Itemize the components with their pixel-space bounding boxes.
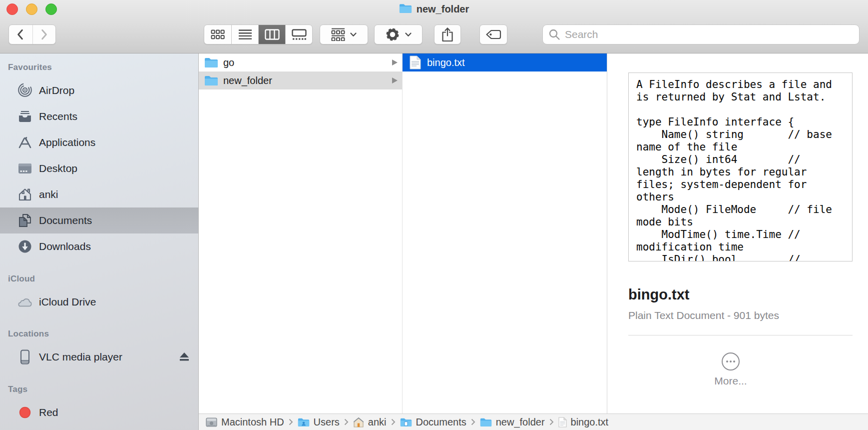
- path-separator-icon: [344, 418, 349, 426]
- tag-icon: [485, 28, 502, 42]
- folder-icon: [204, 57, 218, 68]
- sidebar-item-label: Applications: [39, 136, 95, 148]
- column-1: go new_folder: [199, 54, 403, 414]
- downloads-icon: [17, 239, 32, 254]
- window-title: new_folder: [417, 4, 469, 15]
- share-button[interactable]: [434, 24, 461, 44]
- sidebar-item-desktop[interactable]: Desktop: [0, 156, 198, 182]
- search-field: [542, 24, 860, 44]
- sidebar-section-favourites: Favourites: [0, 60, 198, 74]
- sidebar-item-airdrop[interactable]: AirDrop: [0, 78, 198, 104]
- action-button[interactable]: [374, 24, 423, 44]
- path-item-documents[interactable]: Documents: [400, 416, 466, 428]
- column-2: bingo.txt: [403, 54, 607, 414]
- sidebar-item-downloads[interactable]: Downloads: [0, 234, 198, 260]
- file-row-bingo-txt[interactable]: bingo.txt: [403, 54, 607, 72]
- gallery-view-icon: [292, 29, 307, 40]
- cloud-icon: [17, 294, 32, 310]
- desktop-icon: [17, 161, 32, 176]
- red-tag-icon: [17, 405, 32, 420]
- column-view-icon: [265, 29, 280, 40]
- sidebar-item-label: Red: [39, 406, 58, 418]
- path-item-users[interactable]: Users: [298, 416, 340, 428]
- text-document-icon: [558, 417, 567, 428]
- ellipsis-icon: [722, 352, 740, 370]
- finder-window: new_folder: [0, 0, 868, 430]
- sidebar-item-label: Downloads: [39, 240, 91, 252]
- path-item-label: Macintosh HD: [221, 416, 284, 428]
- titlebar: new_folder: [0, 0, 868, 18]
- more-button[interactable]: More...: [607, 352, 854, 387]
- share-icon: [441, 27, 454, 42]
- path-item-label: Documents: [416, 416, 466, 428]
- disclosure-triangle-icon: [392, 78, 398, 84]
- sidebar-item-label: anki: [39, 188, 58, 200]
- users-folder-icon: [298, 418, 310, 427]
- title-folder-icon: [399, 3, 412, 16]
- column-browser: go new_folder: [199, 54, 868, 414]
- window-chrome: new_folder: [0, 0, 868, 54]
- path-separator-icon: [549, 418, 554, 426]
- sidebar-item-applications[interactable]: Applications: [0, 130, 198, 156]
- path-item-label: bingo.txt: [571, 416, 609, 428]
- sidebar-item-label: Desktop: [39, 162, 77, 174]
- sidebar-item-icloud-drive[interactable]: iCloud Drive: [0, 289, 198, 315]
- sidebar-item-tag-red[interactable]: Red: [0, 400, 198, 426]
- file-row-new-folder[interactable]: new_folder: [199, 72, 402, 90]
- path-separator-icon: [391, 418, 396, 426]
- home-icon: [17, 187, 32, 202]
- back-button[interactable]: [9, 25, 32, 44]
- tag-button[interactable]: [479, 24, 507, 44]
- eject-button[interactable]: [179, 352, 189, 364]
- preview-text-box: A FileInfo describes a file and is retur…: [628, 72, 853, 262]
- column-view-button[interactable]: [258, 25, 285, 44]
- file-name: bingo.txt: [427, 57, 465, 68]
- sidebar-item-documents[interactable]: Documents: [0, 208, 198, 234]
- path-bar: Macintosh HD Users anki Documents: [199, 414, 868, 430]
- chevron-down-icon: [350, 32, 357, 37]
- folder-icon: [480, 418, 492, 427]
- path-item-bingo-txt[interactable]: bingo.txt: [558, 416, 609, 428]
- path-item-new-folder[interactable]: new_folder: [480, 416, 545, 428]
- documents-folder-icon: [400, 418, 412, 427]
- sidebar-item-label: VLC media player: [39, 351, 122, 363]
- airdrop-icon: [17, 83, 32, 98]
- nav-buttons: [8, 24, 56, 44]
- sidebar-item-home[interactable]: anki: [0, 182, 198, 208]
- recents-icon: [17, 109, 32, 124]
- file-row-go[interactable]: go: [199, 54, 402, 72]
- path-item-label: anki: [368, 416, 387, 428]
- chevron-left-icon: [16, 29, 24, 40]
- sidebar-item-recents[interactable]: Recents: [0, 104, 198, 130]
- sidebar-item-label: Documents: [39, 214, 92, 226]
- list-view-button[interactable]: [231, 25, 258, 44]
- path-item-label: new_folder: [496, 416, 545, 428]
- sidebar-item-label: iCloud Drive: [39, 296, 96, 308]
- icon-view-button[interactable]: [204, 25, 231, 44]
- preview-divider: [628, 335, 853, 336]
- group-by-icon: [331, 28, 345, 41]
- search-input[interactable]: [542, 24, 860, 44]
- file-name: new_folder: [223, 75, 272, 86]
- search-icon: [548, 28, 560, 40]
- icon-view-icon: [211, 30, 225, 40]
- gear-icon: [385, 27, 400, 42]
- sidebar-section-icloud: iCloud: [0, 272, 198, 286]
- sidebar-item-label: Recents: [39, 110, 77, 122]
- documents-icon: [17, 213, 32, 228]
- preview-file-name: bingo.txt: [628, 286, 689, 303]
- file-name: go: [223, 57, 234, 68]
- gallery-view-button[interactable]: [285, 25, 312, 44]
- more-label: More...: [714, 375, 747, 387]
- forward-button[interactable]: [32, 25, 56, 44]
- home-folder-icon: [353, 417, 364, 428]
- external-drive-icon: [17, 350, 32, 364]
- path-item-label: Users: [314, 416, 340, 428]
- sidebar-item-vlc[interactable]: VLC media player: [0, 344, 198, 370]
- disclosure-triangle-icon: [392, 60, 398, 66]
- hard-drive-icon: [206, 418, 217, 427]
- path-item-macintosh-hd[interactable]: Macintosh HD: [206, 416, 284, 428]
- path-separator-icon: [471, 418, 475, 426]
- group-button[interactable]: [320, 24, 368, 44]
- path-item-anki[interactable]: anki: [353, 416, 387, 428]
